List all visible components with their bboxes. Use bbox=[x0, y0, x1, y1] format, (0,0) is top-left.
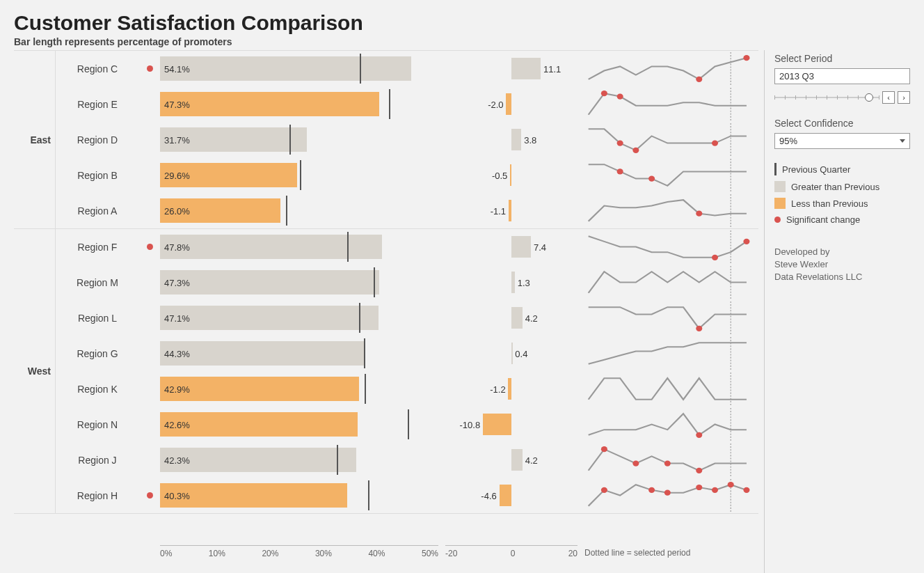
legend-sig-dot-icon bbox=[774, 217, 781, 223]
significance-indicator bbox=[139, 244, 160, 250]
previous-tick-icon bbox=[360, 54, 361, 84]
diff-value: 1.3 bbox=[518, 277, 530, 288]
legend-prev-label: Previous Quarter bbox=[782, 164, 850, 175]
diff-bar: 3.8 bbox=[445, 129, 578, 150]
pct-bar: 42.3% bbox=[160, 448, 438, 473]
svg-point-12 bbox=[648, 176, 655, 182]
axis-tick: 10% bbox=[209, 549, 225, 558]
axis-tick: 0 bbox=[511, 549, 516, 558]
svg-point-32 bbox=[648, 487, 655, 493]
table-row: Region M47.3%1.3 bbox=[56, 265, 758, 300]
legend-prev-tick-icon bbox=[774, 163, 776, 175]
region-name: Region A bbox=[56, 205, 139, 217]
sparkline bbox=[584, 478, 758, 513]
previous-tick-icon bbox=[389, 89, 390, 120]
diff-value: 4.2 bbox=[525, 313, 538, 323]
region-name: Region L bbox=[56, 313, 139, 324]
table-row: Region B29.6%-0.5 bbox=[56, 157, 758, 193]
svg-point-35 bbox=[712, 487, 718, 493]
period-input[interactable] bbox=[774, 68, 910, 84]
svg-point-2 bbox=[743, 55, 749, 61]
period-next-button[interactable]: › bbox=[898, 91, 910, 104]
region-name: Region H bbox=[56, 490, 139, 501]
diff-value: 7.4 bbox=[534, 242, 546, 252]
previous-tick-icon bbox=[286, 196, 287, 226]
legend-greater-label: Greater than Previous bbox=[791, 182, 879, 192]
previous-tick-icon bbox=[364, 338, 365, 369]
axis-row: 0%10%20%30%40%50% -20020 Dotted line = s… bbox=[14, 545, 758, 573]
diff-value: -2.0 bbox=[488, 99, 503, 109]
credits: Developed by Steve Wexler Data Revelatio… bbox=[774, 246, 910, 284]
svg-point-34 bbox=[696, 485, 702, 490]
axis-tick: 20 bbox=[568, 549, 578, 558]
svg-point-27 bbox=[632, 461, 639, 466]
previous-tick-icon bbox=[408, 409, 409, 440]
period-label: Select Period bbox=[774, 53, 910, 64]
table-row: Region H40.3%-4.6 bbox=[56, 478, 758, 513]
significance-indicator bbox=[139, 492, 160, 499]
diff-bar: -10.8 bbox=[445, 414, 578, 435]
pct-bar: 47.1% bbox=[160, 306, 438, 331]
svg-point-33 bbox=[664, 490, 671, 496]
table-row: Region E47.3%-2.0 bbox=[56, 86, 758, 122]
axis-tick: 20% bbox=[262, 549, 278, 558]
axis-tick: 0% bbox=[160, 549, 172, 558]
previous-tick-icon bbox=[300, 160, 301, 191]
table-row: Region J42.3%4.2 bbox=[56, 442, 758, 478]
group: WestRegion F47.8%7.4Region M47.3%1.3Regi… bbox=[14, 229, 758, 514]
chevron-right-icon: › bbox=[902, 93, 905, 102]
svg-point-5 bbox=[617, 93, 623, 99]
svg-point-28 bbox=[664, 461, 671, 466]
diff-value: 3.8 bbox=[524, 134, 536, 145]
sparkline bbox=[584, 265, 758, 300]
diff-value: -10.8 bbox=[460, 419, 481, 430]
pct-bar: 47.3% bbox=[160, 270, 438, 295]
pct-value: 54.1% bbox=[164, 63, 190, 74]
pct-bar: 29.6% bbox=[160, 163, 438, 188]
svg-point-1 bbox=[696, 77, 702, 82]
region-name: Region B bbox=[56, 170, 139, 181]
period-prev-button[interactable]: ‹ bbox=[882, 91, 895, 104]
pct-value: 40.3% bbox=[164, 490, 190, 501]
previous-tick-icon bbox=[337, 445, 338, 476]
region-name: Region D bbox=[56, 134, 139, 146]
diff-bar: -1.1 bbox=[445, 200, 578, 221]
pct-bar: 42.6% bbox=[160, 412, 438, 437]
pct-bar: 40.3% bbox=[160, 483, 438, 508]
table-row: Region L47.1%4.2 bbox=[56, 300, 758, 336]
svg-point-16 bbox=[712, 255, 718, 260]
svg-point-4 bbox=[601, 91, 607, 96]
svg-point-31 bbox=[601, 487, 607, 493]
pct-bar: 44.3% bbox=[160, 341, 438, 366]
pct-value: 31.7% bbox=[164, 134, 190, 145]
legend-greater-swatch bbox=[774, 181, 786, 192]
sparkline bbox=[584, 300, 758, 336]
diff-value: -4.6 bbox=[481, 490, 496, 501]
diff-bar: 4.2 bbox=[445, 449, 578, 471]
pct-bar: 31.7% bbox=[160, 127, 438, 152]
page-subtitle: Bar length represents percentage of prom… bbox=[14, 36, 910, 47]
chart-area: EastRegion C54.1%11.1Region E47.3%-2.0Re… bbox=[14, 50, 758, 573]
sparkline bbox=[584, 442, 758, 478]
pct-value: 44.3% bbox=[164, 348, 190, 359]
previous-tick-icon bbox=[347, 232, 349, 262]
dot-icon bbox=[147, 244, 153, 250]
axis-tick: -20 bbox=[445, 549, 457, 558]
page-title: Customer Satisfaction Comparison bbox=[14, 11, 910, 35]
confidence-select[interactable]: 95% bbox=[774, 133, 910, 149]
diff-bar: 1.3 bbox=[445, 272, 578, 293]
axis-tick: 30% bbox=[315, 549, 332, 558]
sparkline bbox=[584, 122, 758, 157]
diff-bar: -0.5 bbox=[445, 164, 578, 186]
sparkline bbox=[584, 336, 758, 371]
period-slider[interactable] bbox=[774, 93, 879, 102]
legend-less-label: Less than Previous bbox=[791, 198, 868, 209]
svg-point-37 bbox=[743, 487, 749, 493]
region-name: Region F bbox=[56, 242, 139, 253]
diff-bar: -1.2 bbox=[445, 378, 578, 400]
dot-icon bbox=[147, 492, 153, 499]
pct-value: 47.3% bbox=[164, 99, 190, 109]
sidebar: Select Period ‹ › Select Confidence bbox=[764, 50, 910, 573]
dot-icon bbox=[147, 65, 153, 72]
chevron-left-icon: ‹ bbox=[887, 93, 890, 102]
